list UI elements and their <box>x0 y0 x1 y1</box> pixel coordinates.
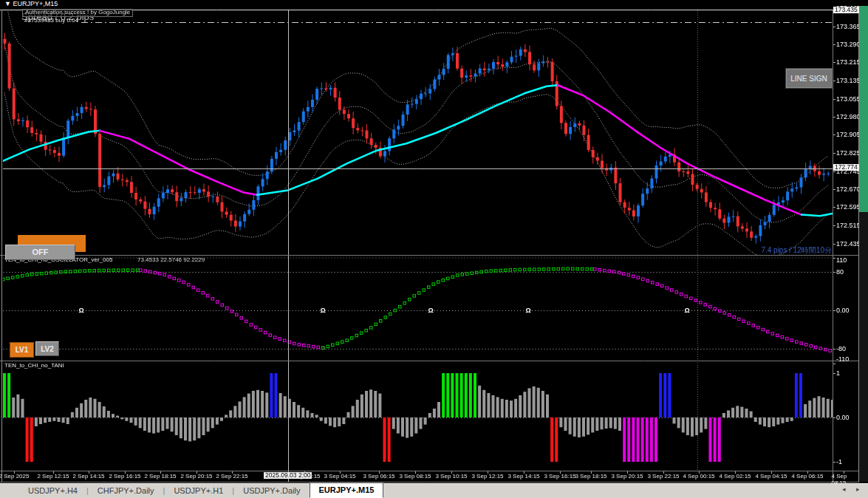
time-axis-label: 2 Sep 2025 <box>0 473 29 480</box>
time-axis-label: 3 Sep 20:15 <box>611 473 643 480</box>
time-axis-label: 2 Sep 20:15 <box>180 473 212 480</box>
histogram-title: TEN_to_CHI_no_TANI <box>4 363 64 369</box>
time-axis-label: 3 Sep 08:15 <box>399 473 431 480</box>
price-axis-label: 173.365 <box>836 23 861 30</box>
oscillator-axis-label: 110 <box>836 256 847 264</box>
histogram-axis-label: 0.00 <box>836 414 850 421</box>
oscillator-axis-label: -110 <box>836 355 849 363</box>
time-axis-label: 4 Sep 04:15 <box>755 473 787 480</box>
price-axis-label: 173.135 <box>836 77 861 84</box>
tab-scroll-arrows[interactable]: ◂ ▸ <box>842 486 864 494</box>
time-axis-label: 3 Sep 10:15 <box>435 473 467 480</box>
right-edge-scrollbar[interactable] <box>859 6 868 212</box>
time-axis-label: 2 Sep 16:15 <box>109 473 140 480</box>
time-axis-label: 4 Sep 02:15 <box>719 473 751 480</box>
time-axis-label: 3 Sep 14:15 <box>508 473 539 480</box>
time-axis-label: 4 Sep 06:15 <box>791 473 823 480</box>
time-axis-label: 3 Sep 22:15 <box>647 473 679 480</box>
lv2-button[interactable]: LV2 <box>35 341 59 356</box>
crosshair-time-box: 2025.09.03 2:00 <box>264 472 312 479</box>
time-axis-label: 2 Sep 12:15 <box>37 473 69 480</box>
chart-canvas[interactable] <box>0 0 868 498</box>
oscillator-axis-label: -80 <box>836 345 846 352</box>
time-axis-label: 2 Sep 14:15 <box>72 473 104 480</box>
crosshair-price-box: 172.774 <box>833 164 859 171</box>
collapse-icon[interactable]: ▼ <box>4 0 11 7</box>
chart-tab-USDJPY+.H4[interactable]: USDJPY+.H4 <box>19 485 86 497</box>
off-button[interactable]: OFF <box>5 245 75 260</box>
price-axis-label: 173.055 <box>836 95 861 103</box>
chart-tab-USDJPY+.H1[interactable]: USDJPY+.H1 <box>165 485 232 497</box>
time-axis-label: 2 Sep 22:15 <box>216 473 247 480</box>
chart-tab-EURJPY+.M15[interactable]: EURJPY+.M15 <box>310 482 384 498</box>
time-axis-label: 4 Sep 00:15 <box>683 473 714 480</box>
price-axis-label: 173.215 <box>836 58 861 66</box>
price-axis-label: 172.825 <box>836 149 861 157</box>
auth-message: Authentication success ! by GogoJungle <box>22 9 133 17</box>
histogram-axis-label: 1 <box>836 369 840 377</box>
price-axis-label: 172.595 <box>836 203 861 211</box>
oscillator-axis-label: 0.00 <box>836 307 850 314</box>
price-axis-label: 172.905 <box>836 131 861 138</box>
lv1-button[interactable]: LV1 <box>10 342 34 358</box>
chart-window: ▼ EURJPY+,M15 Spread / 0.2 pips Authenti… <box>0 0 868 498</box>
chart-title: EURJPY+,M15 <box>13 0 58 7</box>
time-axis-label: 3 Sep 16:15 <box>544 473 575 480</box>
price-axis-label: 172.515 <box>836 222 861 229</box>
line-sign-button[interactable]: LINE SIGN <box>785 68 833 89</box>
price-axis-label: 173.290 <box>836 41 861 48</box>
oscillator-axis-label: 80 <box>836 268 844 276</box>
time-axis-label: 3 Sep 06:15 <box>363 473 394 480</box>
time-axis-label: 2 Sep 18:15 <box>144 473 176 480</box>
position-label: #37539483 buy 0.04 <box>24 18 78 24</box>
ask-price-box: 173.435 <box>833 7 859 13</box>
right-edge-track <box>859 212 868 482</box>
price-axis-label: 172.670 <box>836 185 861 193</box>
time-axis-label: 3 Sep 12:15 <box>471 473 503 480</box>
chart-tab-CHFJPY+.Daily[interactable]: CHFJPY+.Daily <box>89 485 163 497</box>
time-axis-label: 3 Sep 18:15 <box>575 473 606 480</box>
range-info-label: 7.4 pips / 12時間10分 <box>745 246 832 254</box>
time-axis-label: 3 Sep 04:15 <box>324 473 355 480</box>
histogram-axis-label: -1 <box>836 458 842 465</box>
price-axis-label: 172.980 <box>836 113 861 120</box>
chart-tab-bar: USDJPY+.H4|CHFJPY+.Daily|USDJPY+.H1|USDJ… <box>0 483 868 498</box>
oscillator-values: 73.4533 22.5746 92.2229 <box>137 257 205 264</box>
price-axis-label: 172.435 <box>836 240 861 248</box>
chart-tab-USDJPY+.Daily[interactable]: USDJPY+.Daily <box>234 485 309 497</box>
